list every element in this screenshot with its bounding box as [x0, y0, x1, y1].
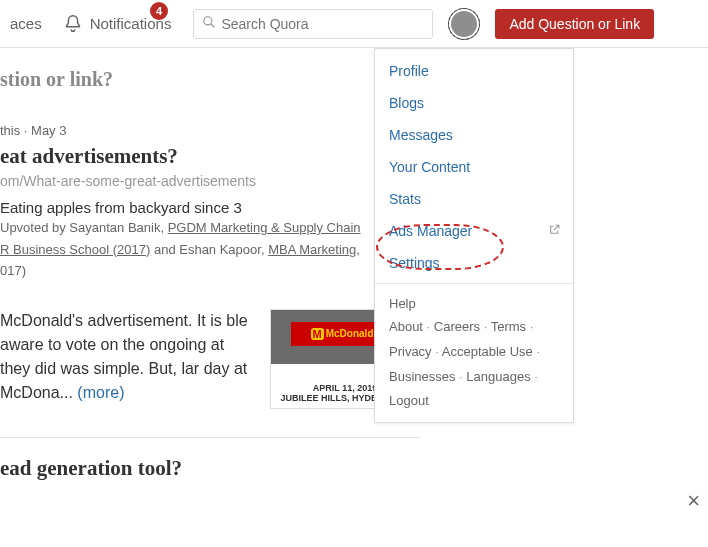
upvoted-by-line3: 017) — [0, 261, 420, 281]
menu-footer-row1: AboutCareersTerms — [375, 315, 573, 340]
footer-languages[interactable]: Languages — [466, 369, 538, 384]
answer-text: McDonald's advertisement. It is ble awar… — [0, 309, 250, 409]
top-header: aces Notifications 4 Add Question or Lin… — [0, 0, 708, 48]
feed: stion or link? this · May 3 eat advertis… — [0, 48, 420, 481]
author-bio: Eating apples from backyard since 3 — [0, 199, 420, 216]
add-question-button[interactable]: Add Question or Link — [495, 9, 654, 39]
menu-your-content[interactable]: Your Content — [375, 151, 573, 183]
footer-careers[interactable]: Careers — [434, 319, 491, 334]
nav-spaces[interactable]: aces — [0, 0, 52, 48]
search-box[interactable] — [193, 9, 433, 39]
menu-ads-manager[interactable]: Ads Manager — [375, 215, 573, 247]
menu-ads-manager-label: Ads Manager — [389, 223, 472, 239]
footer-businesses[interactable]: Businesses — [389, 369, 466, 384]
svg-point-0 — [204, 16, 212, 24]
feed-meta: this · May 3 — [0, 123, 420, 138]
answer-block: McDonald's advertisement. It is ble awar… — [0, 309, 420, 409]
menu-stats[interactable]: Stats — [375, 183, 573, 215]
credential-link2[interactable]: MBA Marketing, — [268, 242, 360, 257]
menu-footer-row4: Logout — [375, 389, 573, 422]
feed-separator — [0, 437, 420, 438]
close-icon[interactable]: × — [687, 488, 700, 514]
search-input[interactable] — [221, 16, 424, 32]
svg-line-1 — [211, 23, 215, 27]
question-url: om/What-are-some-great-advertisements — [0, 173, 420, 189]
external-link-icon — [548, 223, 561, 239]
menu-footer-row3: BusinessesLanguages — [375, 365, 573, 390]
footer-privacy[interactable]: Privacy — [389, 344, 442, 359]
credential-link[interactable]: PGDM Marketing & Supply Chain — [168, 220, 361, 235]
notification-badge: 4 — [150, 2, 168, 20]
user-dropdown: Profile Blogs Messages Your Content Stat… — [374, 48, 574, 423]
upvoted-by-line2: R Business School (2017) and Eshan Kapoo… — [0, 240, 420, 260]
ask-prompt[interactable]: stion or link? — [0, 68, 420, 91]
upvoted-by-line: Upvoted by Sayantan Banik, PGDM Marketin… — [0, 218, 420, 238]
mcdonalds-icon: M — [311, 328, 324, 340]
search-icon — [202, 15, 216, 33]
menu-blogs[interactable]: Blogs — [375, 87, 573, 119]
footer-terms[interactable]: Terms — [491, 319, 534, 334]
menu-profile[interactable]: Profile — [375, 55, 573, 87]
menu-settings[interactable]: Settings — [375, 247, 573, 279]
menu-messages[interactable]: Messages — [375, 119, 573, 151]
menu-separator: Help AboutCareersTerms PrivacyAcceptable… — [375, 283, 573, 422]
footer-logout[interactable]: Logout — [389, 393, 429, 408]
question-title-2[interactable]: ead generation tool? — [0, 456, 420, 481]
more-link[interactable]: (more) — [77, 384, 124, 401]
menu-footer-row2: PrivacyAcceptable Use — [375, 340, 573, 365]
footer-about[interactable]: About — [389, 319, 434, 334]
question-title[interactable]: eat advertisements? — [0, 144, 420, 169]
footer-acceptable[interactable]: Acceptable Use — [442, 344, 540, 359]
avatar[interactable] — [451, 11, 477, 37]
bell-icon — [62, 13, 84, 35]
menu-help[interactable]: Help — [375, 290, 573, 315]
